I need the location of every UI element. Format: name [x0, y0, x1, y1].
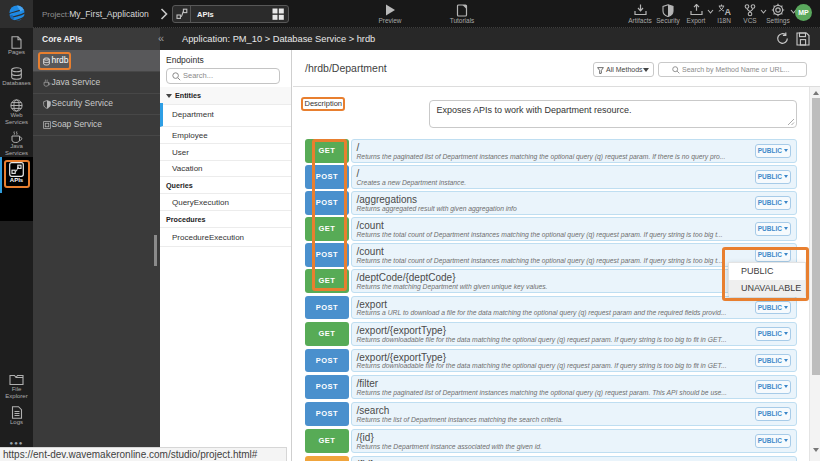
svg-text:A: A [724, 7, 730, 16]
